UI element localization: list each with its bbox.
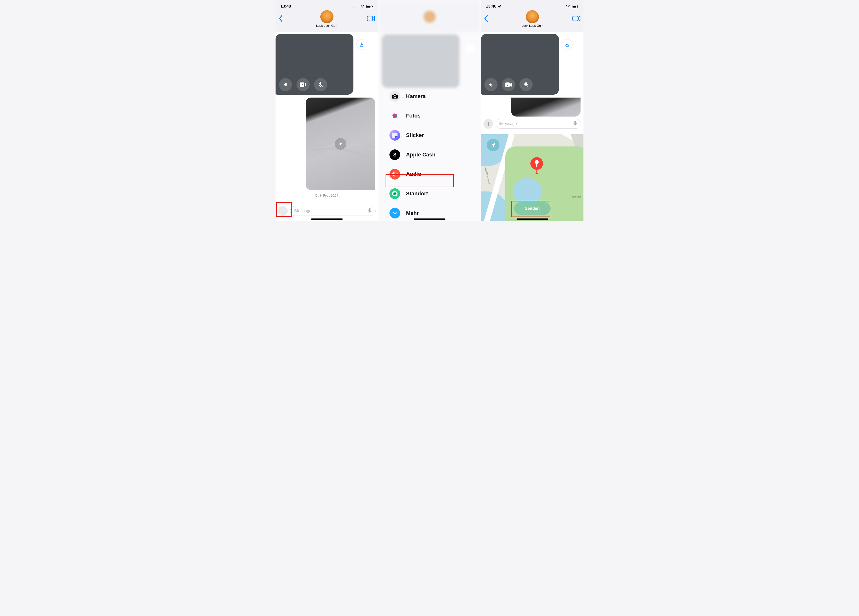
status-bar: 13:48 [481, 0, 583, 9]
message-placeholder: iMessage [499, 122, 573, 126]
svg-rect-1 [367, 6, 370, 8]
speaker-icon[interactable] [484, 78, 498, 91]
video-message-bubble[interactable] [511, 98, 581, 117]
sheet-item-audio[interactable]: Audio [388, 168, 473, 181]
wifi-icon [359, 3, 365, 9]
map-attribution: 高德地图 [572, 195, 581, 199]
save-download-button[interactable] [356, 39, 367, 50]
facetime-call-bubble[interactable]: ? [481, 34, 559, 95]
sheet-item-photos[interactable]: Fotos [388, 109, 473, 122]
mute-mic-icon[interactable] [519, 78, 533, 91]
facetime-call-bubble[interactable]: ? [276, 34, 353, 95]
map-pin-icon[interactable] [529, 156, 544, 170]
back-button[interactable] [278, 11, 288, 26]
sheet-item-location[interactable]: Standort [388, 187, 473, 200]
map-canvas[interactable]: JINWAN AVENUE 高德地图 Send [481, 134, 583, 221]
contact-avatar[interactable] [526, 10, 539, 23]
status-bar: 13:48 .... [276, 0, 378, 9]
camera-toggle-icon[interactable]: ? [297, 78, 309, 91]
speaker-icon[interactable] [279, 78, 292, 91]
svg-rect-25 [573, 6, 576, 8]
svg-rect-27 [573, 16, 578, 21]
road-label: JINWAN AVENUE [484, 166, 491, 185]
plus-attachments-button[interactable] [278, 206, 288, 216]
message-input[interactable]: iMessage [290, 206, 376, 216]
facetime-button[interactable] [363, 11, 375, 26]
svg-rect-2 [372, 6, 373, 7]
screenshot-panel-3: 13:48 Luck Luck Go › [481, 0, 583, 221]
screenshot-panel-2: Kamera [378, 0, 481, 221]
sheet-item-camera[interactable]: Kamera [388, 90, 473, 103]
location-services-icon [498, 4, 501, 9]
battery-icon [572, 4, 579, 9]
camera-toggle-icon[interactable]: ? [502, 78, 515, 91]
message-timestamp: Di. 6. Feb., 10:04 [276, 194, 378, 197]
contact-avatar[interactable] [320, 10, 333, 23]
camera-icon [389, 91, 400, 102]
svg-rect-7 [369, 208, 370, 211]
attachment-sheet: Kamera [388, 90, 473, 220]
wifi-icon [565, 3, 571, 9]
contact-name-button[interactable]: Luck Luck Go › [316, 24, 337, 28]
home-indicator[interactable] [311, 218, 343, 220]
status-time: 13:48 [280, 4, 291, 9]
contact-name-button[interactable]: Luck Luck Go › [522, 24, 543, 28]
photos-icon [389, 111, 400, 121]
status-dots: .... [352, 5, 358, 9]
svg-point-23 [394, 193, 396, 195]
audio-icon [389, 169, 400, 179]
mute-mic-icon[interactable] [314, 78, 327, 91]
message-placeholder: iMessage [294, 209, 367, 214]
recenter-location-button[interactable] [487, 139, 500, 151]
plus-attachments-button[interactable] [483, 119, 493, 129]
dictate-mic-icon[interactable] [367, 208, 372, 214]
sheet-item-stickers[interactable]: Sticker [388, 129, 473, 142]
screenshot-panel-1: 13:48 .... Luck Luck Go › [276, 0, 378, 221]
svg-rect-26 [578, 6, 578, 7]
svg-text:?: ? [301, 83, 303, 86]
play-icon[interactable] [335, 138, 347, 150]
svg-text:?: ? [507, 83, 508, 86]
sheet-item-more[interactable]: Mehr [388, 207, 473, 220]
svg-rect-31 [575, 121, 576, 124]
battery-icon [366, 4, 373, 9]
sheet-item-apple-cash[interactable]: $ Apple Cash [388, 148, 473, 161]
dictate-mic-icon[interactable] [573, 121, 577, 127]
message-input[interactable]: iMessage [495, 119, 581, 129]
save-download-button[interactable] [562, 39, 573, 50]
send-location-button[interactable]: Senden [514, 202, 551, 215]
more-icon [389, 208, 400, 218]
facetime-button[interactable] [569, 11, 581, 26]
location-share-panel[interactable]: JINWAN AVENUE 高德地图 Send [481, 134, 583, 221]
home-indicator[interactable] [517, 218, 548, 220]
location-icon [389, 188, 400, 199]
status-time: 13:48 [486, 4, 496, 9]
video-message-bubble[interactable] [306, 98, 375, 190]
conversation-header: Luck Luck Go › [276, 9, 378, 32]
sticker-icon [389, 130, 400, 140]
back-button[interactable] [484, 11, 494, 26]
svg-rect-3 [367, 16, 373, 21]
home-indicator[interactable] [414, 218, 445, 220]
conversation-header: Luck Luck Go › [481, 9, 583, 32]
apple-cash-icon: $ [389, 150, 400, 160]
